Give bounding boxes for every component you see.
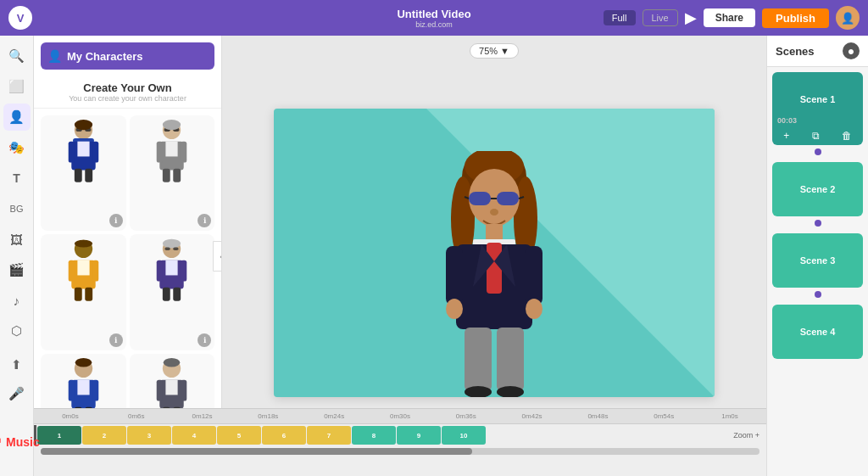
ruler-4: 0m24s (301, 412, 367, 420)
timeline-scrollbar-thumb[interactable] (41, 448, 472, 455)
svg-point-22 (163, 120, 181, 130)
voice-icon-btn[interactable]: 🎤 (3, 380, 31, 407)
svg-rect-78 (465, 328, 492, 391)
live-button[interactable]: Live (643, 9, 678, 26)
scene-add-btn-1[interactable]: + (783, 130, 789, 142)
scene-separator-3 (815, 291, 821, 298)
music-icon-btn[interactable]: ♪ (3, 287, 31, 314)
scene-card-label-3: Scene 3 (800, 255, 836, 266)
svg-point-11 (75, 120, 92, 130)
clip-1[interactable]: 1 (37, 426, 81, 445)
top-bar: V Untitled Video biz.ed.com Full Live ▶ … (0, 0, 868, 36)
video-subtitle: biz.ed.com (397, 20, 470, 29)
scene-card-2[interactable]: Scene 2 (772, 162, 863, 216)
search-icon-btn[interactable]: 🔍 (3, 42, 31, 70)
zoom-control-timeline[interactable]: Zoom + (733, 431, 766, 440)
upload-icon-btn[interactable]: ⬆ (3, 351, 31, 378)
stickers-icon-btn[interactable]: ⬡ (3, 317, 31, 344)
svg-rect-36 (181, 260, 186, 282)
zoom-control[interactable]: 75% ▼ (470, 43, 519, 59)
svg-rect-37 (163, 288, 170, 301)
scene-delete-btn-1[interactable]: 🗑 (842, 130, 852, 142)
svg-rect-74 (446, 246, 463, 305)
clip-8[interactable]: 8 (352, 426, 396, 445)
character-item-4[interactable]: ℹ (130, 234, 215, 350)
text-icon-btn[interactable]: T (3, 165, 31, 192)
clip-3[interactable]: 3 (127, 426, 171, 445)
bottom-icons: ⬆ 🎤 (3, 348, 31, 411)
scene-copy-btn-1[interactable]: ⧉ (812, 130, 820, 142)
my-characters-tab[interactable]: 👤 My Characters (41, 42, 214, 70)
svg-point-67 (490, 209, 498, 216)
scenes-icon-btn[interactable]: ⬜ (3, 73, 31, 100)
scenes-header: Scenes ● (767, 36, 868, 67)
character-svg-3 (60, 238, 107, 305)
create-own-subtitle: You can create your own character (39, 94, 216, 103)
canvas-main-character[interactable] (439, 151, 549, 397)
publish-button[interactable]: Publish (762, 8, 829, 28)
scene-card-3[interactable]: Scene 3 (772, 233, 863, 288)
characters-icon-btn[interactable]: 👤 (3, 104, 31, 131)
char-info-icon-4[interactable]: ℹ (198, 333, 211, 347)
icon-bar: 🔍 ⬜ 👤 🎭 T BG 🖼 🎬 ♪ ⬡ ⬆ 🎤 (0, 36, 34, 476)
play-top-button[interactable]: ▶ (685, 8, 697, 27)
top-bar-right: Full Live ▶ Share Publish 👤 (604, 6, 860, 30)
images-icon-btn[interactable]: 🖼 (3, 226, 31, 253)
scene-card-inner-3: Scene 3 (772, 233, 863, 288)
svg-rect-27 (68, 260, 74, 282)
ruler-5: 0m30s (367, 412, 433, 420)
clip-6[interactable]: 6 (262, 426, 306, 445)
create-own-title[interactable]: Create Your Own (39, 81, 216, 94)
svg-rect-28 (92, 260, 98, 282)
char-info-icon-2[interactable]: ℹ (198, 214, 211, 227)
scene-time-1: 00:03 (777, 116, 797, 125)
svg-rect-4 (68, 142, 74, 163)
svg-rect-54 (181, 379, 186, 400)
clip-4[interactable]: 4 (172, 426, 216, 445)
scenes-add-button[interactable]: ● (843, 42, 860, 59)
character-figure-4 (147, 238, 198, 305)
svg-rect-5 (92, 142, 98, 163)
svg-rect-26 (77, 260, 89, 276)
svg-rect-52 (166, 379, 178, 395)
timeline-track-1: 1 2 3 4 5 6 7 8 9 10 Zoom + (34, 424, 766, 446)
scene-separator-2 (815, 220, 821, 227)
canvas-top-bar: 75% ▼ (222, 36, 766, 66)
svg-rect-30 (85, 288, 92, 301)
ruler-7: 0m42s (499, 412, 565, 420)
clip-7[interactable]: 7 (307, 426, 351, 445)
video-icon-btn[interactable]: 🎬 (3, 256, 31, 283)
character-item-3[interactable]: ℹ (41, 234, 126, 350)
timeline-ruler: 0m0s 0m6s 0m12s 0m18s 0m24s 0m30s 0m36s … (34, 409, 766, 424)
svg-rect-14 (166, 142, 178, 157)
clip-9[interactable]: 9 (397, 426, 441, 445)
clip-10[interactable]: 10 (442, 426, 486, 445)
svg-rect-29 (75, 288, 82, 301)
scene-card-4[interactable]: Scene 4 (772, 305, 863, 359)
character-item-2[interactable]: ℹ (130, 115, 215, 231)
user-avatar: 👤 (836, 6, 860, 30)
char-info-icon-3[interactable]: ℹ (109, 333, 123, 347)
scene-card-1[interactable]: Scene 1 00:03 + ⧉ 🗑 (772, 72, 863, 145)
scene-card-inner-1: Scene 1 00:03 (772, 72, 863, 126)
svg-point-76 (446, 299, 463, 319)
canvas-viewport (222, 66, 766, 439)
scene2-icon-btn[interactable]: 🎭 (3, 134, 31, 161)
panel-collapse-chevron[interactable]: ‹ (213, 241, 222, 272)
character-item-1[interactable]: ℹ (41, 115, 126, 231)
canvas-background (274, 109, 715, 397)
ruler-3: 0m18s (235, 412, 301, 420)
char-info-icon-1[interactable]: ℹ (109, 214, 123, 227)
svg-point-32 (163, 239, 181, 249)
svg-rect-35 (157, 260, 163, 282)
svg-rect-45 (68, 379, 74, 400)
full-button[interactable]: Full (604, 10, 636, 25)
clip-5[interactable]: 5 (217, 426, 261, 445)
bg-icon-btn[interactable]: BG (3, 195, 31, 222)
timeline-scrollbar[interactable] (41, 448, 760, 455)
clip-2[interactable]: 2 (82, 426, 126, 445)
share-button[interactable]: Share (704, 8, 755, 27)
my-characters-label: My Characters (67, 50, 143, 63)
character-svg-4 (148, 238, 195, 305)
scene-card-label-4: Scene 4 (800, 327, 836, 337)
